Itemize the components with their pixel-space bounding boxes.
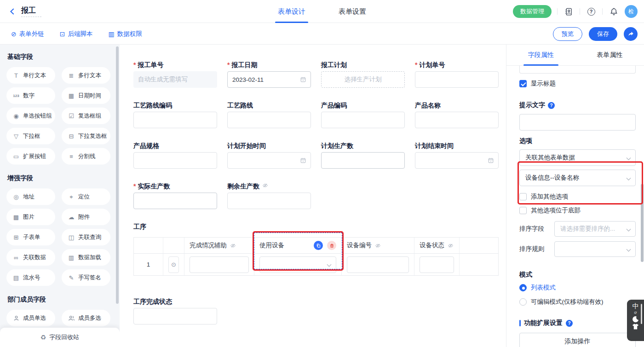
form-field[interactable]: 产品编码 — [321, 102, 405, 128]
field-input[interactable] — [227, 152, 311, 169]
hint-text-input[interactable] — [519, 114, 636, 131]
field-input[interactable] — [321, 152, 405, 169]
form-field[interactable]: 工艺路线编码 — [133, 102, 217, 128]
device-status-input[interactable] — [420, 256, 454, 273]
help-icon[interactable]: ? — [548, 102, 555, 109]
form-field[interactable]: 工艺路线 — [227, 102, 311, 128]
help-icon[interactable]: ? — [566, 320, 573, 327]
checkbox-unchecked-icon[interactable] — [519, 193, 527, 200]
copy-column-button[interactable] — [314, 241, 323, 250]
save-button[interactable]: 保存 — [589, 27, 617, 41]
tab-form-settings[interactable]: 表单设置 — [339, 0, 366, 23]
share-button[interactable] — [624, 27, 638, 41]
sidebar-field-member-single[interactable]: 成员单选 — [6, 310, 55, 326]
form-field[interactable]: *计划单号 — [415, 61, 499, 88]
field-input[interactable] — [415, 112, 499, 128]
sidebar-field-single-line-text[interactable]: T单行文本 — [6, 67, 55, 84]
sidebar-field-extend-button[interactable]: ▭扩展按钮 — [6, 148, 55, 165]
panel-scrollbar[interactable] — [641, 184, 644, 262]
form-field[interactable]: 报工计划选择生产计划 — [321, 61, 405, 88]
option-field-select[interactable]: 设备信息--设备名称 — [519, 170, 636, 186]
sidebar-field-radio-group[interactable]: ◉单选按钮组 — [6, 108, 55, 124]
mode-list-radio[interactable]: 列表模式 — [519, 284, 636, 292]
add-other-option-row[interactable]: 添加其他选项 — [519, 193, 636, 201]
form-field[interactable]: *报工单号自动生成无需填写 — [133, 61, 217, 88]
sidebar-field-image[interactable]: ▩图片 — [6, 209, 55, 225]
sort-field-select[interactable]: 请选择需要排序的... — [554, 221, 636, 237]
sidebar-field-attachment[interactable]: ☁附件 — [62, 209, 110, 225]
form-field[interactable]: 计划开始时间 — [227, 142, 311, 169]
sidebar-field-location[interactable]: ⌖定位 — [62, 188, 110, 205]
form-field[interactable]: 计划生产数 — [321, 142, 405, 169]
tab-form-properties[interactable]: 表单属性 — [575, 45, 644, 65]
field-input[interactable]: 自动生成无需填写 — [133, 71, 217, 88]
language-toggle[interactable]: 中 — [632, 302, 639, 310]
data-manage-button[interactable]: 数据管理 — [513, 5, 552, 18]
field-input[interactable] — [415, 71, 499, 88]
contact-book-icon[interactable] — [563, 6, 574, 17]
col-header-device[interactable]: 使用设备 — [254, 238, 342, 253]
panel-scrolled-input[interactable] — [519, 66, 636, 74]
form-field[interactable]: 剩余生产数 — [227, 182, 311, 209]
sidebar-field-checkbox-group[interactable]: ☑复选框组 — [62, 108, 110, 124]
tab-form-design[interactable]: 表单设计 — [278, 0, 305, 23]
sidebar-scrollbar[interactable] — [116, 46, 119, 304]
backend-script-link[interactable]: ⊡后端脚本 — [60, 30, 93, 38]
option-source-select[interactable]: 关联其他表单数据 — [519, 149, 636, 166]
other-option-bottom-row[interactable]: 其他选项位于底部 — [519, 206, 636, 215]
field-input[interactable] — [133, 152, 217, 169]
form-field[interactable]: *报工日期2023-02-11 — [227, 61, 311, 88]
col-header-completion[interactable]: 完成情况辅助 — [184, 238, 254, 253]
field-input[interactable] — [133, 308, 217, 324]
field-input[interactable] — [321, 112, 405, 128]
col-header-device-status[interactable]: 设备状态 — [414, 238, 460, 253]
device-select[interactable] — [259, 256, 336, 273]
sidebar-field-data-load[interactable]: ▥数据加载 — [62, 249, 110, 266]
tab-field-properties[interactable]: 字段属性 — [506, 45, 575, 65]
field-input[interactable]: 选择生产计划 — [321, 71, 405, 88]
bell-icon[interactable] — [608, 6, 619, 17]
field-input[interactable] — [227, 193, 311, 209]
moon-icon[interactable] — [632, 316, 639, 323]
sidebar-field-address[interactable]: ◎地址 — [6, 188, 55, 205]
sidebar-field-subform[interactable]: ⊞子表单 — [6, 229, 55, 245]
field-input[interactable] — [133, 193, 217, 209]
col-header-device-code[interactable]: 设备编号 — [342, 238, 414, 253]
mode-editable-radio[interactable]: 可编辑模式(仅移动端有效) — [519, 298, 636, 306]
field-input[interactable]: 2023-02-11 — [227, 71, 311, 88]
device-code-input[interactable] — [347, 256, 409, 273]
avatar[interactable]: 检 — [625, 5, 638, 18]
sidebar-field-member-multi[interactable]: 成员多选 — [62, 310, 110, 326]
radio-selected-icon[interactable] — [519, 284, 527, 291]
form-external-link[interactable]: ⊘表单外链 — [11, 30, 44, 38]
form-field[interactable]: *实际生产数 — [133, 182, 217, 209]
form-field[interactable]: 计划结束时间 — [415, 142, 499, 169]
form-field[interactable]: 产品规格 — [133, 142, 217, 169]
field-input[interactable] — [133, 112, 217, 128]
sidebar-field-divider[interactable]: ≡分割线 — [62, 148, 110, 165]
sidebar-field-signature[interactable]: ✎手写签名 — [62, 269, 110, 286]
checkbox-checked-icon[interactable] — [519, 80, 527, 87]
sidebar-field-select[interactable]: ▽下拉框 — [6, 128, 55, 144]
sidebar-field-lookup[interactable]: ◫关联查询 — [62, 229, 110, 245]
delete-column-button[interactable] — [327, 241, 336, 250]
sort-rule-select[interactable] — [554, 241, 636, 257]
field-input[interactable] — [227, 112, 311, 128]
sidebar-field-datetime[interactable]: ▦日期时间 — [62, 87, 110, 104]
form-field[interactable]: 工序完成状态 — [133, 298, 217, 324]
sidebar-field-number[interactable]: 123数字 — [6, 87, 55, 104]
sidebar-field-multi-line-text[interactable]: ≣多行文本 — [62, 67, 110, 84]
show-title-checkbox-row[interactable]: 显示标题 — [519, 80, 636, 88]
help-icon[interactable]: ? — [586, 6, 597, 17]
field-recycle-bin[interactable]: ♻ 字段回收站 — [0, 328, 120, 347]
row-drag-handle[interactable]: ⊙ — [168, 256, 179, 273]
translate-plugin-widget[interactable]: 中 ơ — [627, 300, 644, 341]
data-permission-link[interactable]: ▥数据权限 — [108, 30, 142, 38]
form-field[interactable]: 产品名称 — [415, 102, 499, 128]
field-input[interactable] — [415, 152, 499, 169]
preview-button[interactable]: 预览 — [553, 27, 582, 41]
sidebar-field-linked-data[interactable]: ∞关联数据 — [6, 249, 55, 266]
add-action-button[interactable]: 添加操作 — [519, 333, 636, 347]
shirt-icon[interactable] — [632, 324, 639, 330]
checkbox-unchecked-icon[interactable] — [519, 207, 527, 214]
